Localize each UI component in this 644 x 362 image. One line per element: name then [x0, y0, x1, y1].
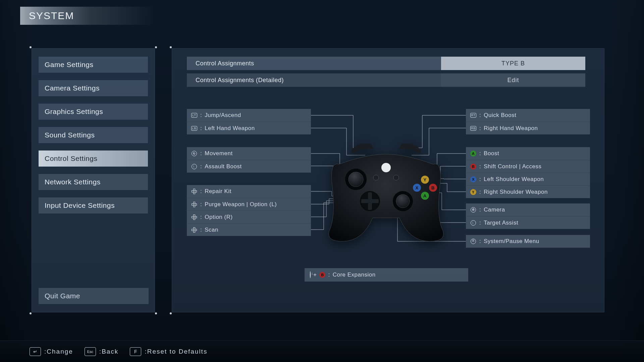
decoration-dot — [155, 312, 157, 314]
binding-group-dpad: :Repair Kit:Purge Weapon | Option (L):Op… — [187, 185, 311, 236]
x-button-icon: X — [470, 176, 477, 183]
settings-sidebar: Game SettingsCamera SettingsGraphics Set… — [32, 48, 155, 312]
decoration-dot — [170, 312, 172, 314]
sidebar-item-sound-settings[interactable]: Sound Settings — [39, 127, 148, 143]
control-assignments-row[interactable]: Control Assignments TYPE B — [187, 57, 585, 70]
separator: : — [479, 176, 481, 183]
control-assignments-detailed-label: Control Assignments (Detailed) — [187, 73, 441, 87]
binding-row: :Repair Kit — [187, 185, 311, 198]
decoration-dot — [30, 312, 32, 314]
separator: : — [479, 150, 481, 157]
dpad-icon — [191, 214, 198, 221]
footer-hints: ↵ :Change Esc :Back F :Reset to Defaults — [0, 341, 644, 362]
binding-label: Movement — [205, 150, 232, 157]
binding-row: :Purge Weapon | Option (L) — [187, 198, 311, 210]
control-settings-panel: Control Assignments TYPE B Control Assig… — [172, 48, 604, 312]
binding-label: Camera — [484, 206, 505, 213]
dpad-icon — [191, 201, 198, 208]
binding-group-right-triggers: RT:Quick BoostRB:Right Hand Weapon — [466, 109, 590, 134]
separator: : — [479, 206, 481, 213]
enter-key-icon: ↵ — [30, 347, 41, 356]
binding-label: Left Shoulder Weapon — [484, 176, 544, 183]
separator: : — [200, 227, 202, 233]
svg-point-0 — [381, 163, 391, 172]
binding-row: A:Boost — [466, 147, 590, 160]
assignment-header: Control Assignments TYPE B Control Assig… — [172, 49, 604, 93]
separator: : — [479, 220, 481, 226]
separator: : — [479, 125, 481, 132]
binding-row: X:Left Shoulder Weapon — [466, 173, 590, 185]
plus-icon: + — [313, 272, 317, 278]
a-button-icon: A — [470, 150, 477, 157]
binding-row: :Movement — [187, 147, 311, 160]
binding-label: Option (R) — [205, 214, 232, 221]
binding-group-right-stick: :Camera:Target Assist — [466, 203, 590, 229]
gamepad-illustration: X Y B A — [319, 141, 453, 245]
sidebar-item-graphics-settings[interactable]: Graphics Settings — [39, 104, 148, 120]
control-assignments-value[interactable]: TYPE B — [441, 57, 585, 70]
separator: : — [200, 188, 202, 195]
svg-text:X: X — [415, 185, 418, 190]
binding-label: Boost — [484, 150, 499, 157]
page-title: SYSTEM — [20, 7, 154, 25]
footer-reset-label: :Reset to Defaults — [145, 348, 207, 355]
svg-point-6 — [396, 194, 410, 208]
svg-text:B: B — [431, 185, 435, 190]
f-key-icon: F — [130, 347, 141, 356]
binding-row: :Scan — [187, 223, 311, 236]
right-stick-press-icon — [470, 220, 477, 226]
binding-label: Quick Boost — [484, 112, 516, 119]
right-stick-icon — [470, 206, 477, 213]
separator: : — [200, 125, 202, 132]
binding-row: :Option (R) — [187, 210, 311, 223]
binding-group-left-triggers: LT:Jump/AscendLB:Left Hand Weapon — [187, 109, 311, 134]
control-assignments-detailed-row[interactable]: Control Assignments (Detailed) Edit — [187, 73, 585, 87]
svg-point-1 — [373, 175, 379, 180]
binding-label: Left Hand Weapon — [205, 125, 255, 132]
binding-row: :Camera — [466, 203, 590, 216]
binding-label: Repair Kit — [205, 188, 231, 195]
decoration-dot — [155, 46, 157, 48]
b-button-icon: B — [319, 272, 325, 278]
separator: : — [200, 150, 202, 157]
binding-label: Right Hand Weapon — [484, 125, 538, 132]
separator: : — [479, 238, 481, 245]
svg-text:Y: Y — [423, 177, 426, 182]
sidebar-item-camera-settings[interactable]: Camera Settings — [39, 80, 148, 96]
binding-label: System/Pause Menu — [484, 238, 539, 245]
control-assignments-label: Control Assignments — [187, 57, 441, 70]
footer-back-label: :Back — [99, 348, 119, 355]
sidebar-item-control-settings[interactable]: Control Settings — [39, 150, 148, 167]
left-stick-press-icon — [310, 272, 311, 278]
left-stick-press-icon — [191, 163, 198, 170]
svg-rect-9 — [361, 199, 379, 203]
svg-point-2 — [393, 175, 399, 180]
svg-point-4 — [348, 172, 363, 187]
binding-combo-core-expansion: + B : Core Expansion — [305, 268, 468, 282]
separator: : — [200, 163, 202, 170]
rt-trigger-icon: RT — [470, 112, 477, 119]
binding-row: RB:Right Hand Weapon — [466, 122, 590, 134]
binding-row: :System/Pause Menu — [466, 235, 590, 248]
control-assignments-detailed-value[interactable]: Edit — [441, 73, 585, 87]
binding-label: Target Assist — [484, 220, 518, 226]
binding-row: :Target Assist — [466, 216, 590, 229]
separator: : — [200, 112, 202, 119]
binding-row: :Assault Boost — [187, 160, 311, 173]
rb-bumper-icon: RB — [470, 125, 477, 132]
menu-button-icon — [470, 238, 477, 245]
binding-row: LT:Jump/Ascend — [187, 109, 311, 122]
sidebar-item-network-settings[interactable]: Network Settings — [39, 174, 148, 190]
sidebar-item-game-settings[interactable]: Game Settings — [39, 57, 148, 73]
binding-group-menu: :System/Pause Menu — [466, 235, 590, 248]
separator: : — [200, 201, 202, 208]
lt-trigger-icon: LT — [191, 112, 198, 119]
quit-game-button[interactable]: Quit Game — [39, 288, 149, 304]
dpad-icon — [191, 188, 198, 195]
binding-label: Core Expansion — [333, 272, 376, 278]
separator: : — [479, 163, 481, 170]
binding-row: Y:Right Shoulder Weapon — [466, 185, 590, 198]
sidebar-item-input-device-settings[interactable]: Input Device Settings — [39, 197, 148, 214]
binding-group-face-buttons: A:BoostB:Shift Control | AccessX:Left Sh… — [466, 147, 590, 198]
lb-bumper-icon: LB — [191, 125, 198, 132]
